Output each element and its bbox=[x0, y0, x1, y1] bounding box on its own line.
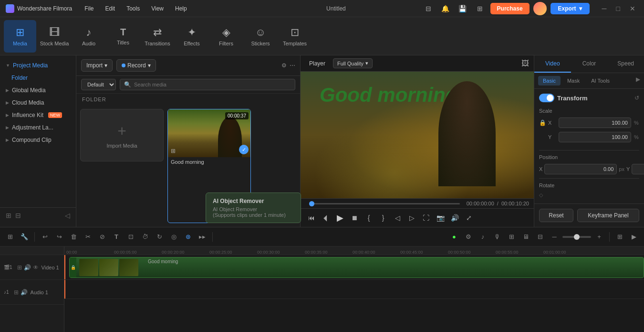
win-close-btn[interactable]: ✕ bbox=[627, 4, 638, 13]
sidebar-item-compound-clip[interactable]: ▶ Compound Clip bbox=[0, 134, 76, 146]
tab-color[interactable]: Color bbox=[571, 55, 608, 73]
tl-green-indicator[interactable]: ● bbox=[448, 231, 460, 243]
sub-tabs-arrow[interactable]: ▶ bbox=[636, 76, 640, 86]
tl-more-btn[interactable]: ▸▸ bbox=[196, 231, 208, 243]
add-folder-icon[interactable]: ⊞ bbox=[6, 212, 11, 219]
sidebar-item-project-media[interactable]: ▼ Project Media bbox=[0, 59, 76, 72]
tl-stabilize-btn[interactable]: ◎ bbox=[167, 231, 180, 243]
toolbar-templates[interactable]: ⊡ Templates bbox=[279, 20, 311, 53]
toolbar-media[interactable]: ⊞ Media bbox=[4, 20, 36, 53]
keyframe-panel-button[interactable]: Keyframe Panel bbox=[577, 209, 639, 222]
prev-clip-button[interactable]: ◁ bbox=[391, 212, 404, 224]
mute-audio-icon[interactable]: 🔊 bbox=[21, 289, 28, 296]
tl-collab-btn[interactable]: ⊞ bbox=[505, 231, 518, 243]
notification-icon[interactable]: 🔔 bbox=[439, 2, 452, 15]
toolbar-stock-media[interactable]: 🎞 Stock Media bbox=[38, 20, 71, 53]
tl-settings-btn[interactable]: ⚙ bbox=[462, 231, 475, 243]
scale-x-input[interactable] bbox=[559, 118, 631, 128]
video-1-clip[interactable]: 🔒 Good morning bbox=[69, 257, 644, 278]
mute-track-icon[interactable]: 🔊 bbox=[24, 264, 31, 271]
delete-folder-icon[interactable]: ⊟ bbox=[15, 212, 21, 219]
win-minimize-btn[interactable]: ─ bbox=[599, 4, 610, 13]
stop-button[interactable]: ⏹ bbox=[348, 212, 361, 224]
filter-icon[interactable]: ⚙ bbox=[281, 62, 287, 69]
tl-redo-btn[interactable]: ↪ bbox=[53, 231, 65, 243]
preview-image-icon[interactable]: 🖼 bbox=[521, 59, 529, 68]
add-audio-track-icon[interactable]: ⊞ bbox=[14, 289, 19, 296]
volume-button[interactable]: 🔊 bbox=[448, 212, 461, 224]
crop-button[interactable]: ⛶ bbox=[420, 212, 432, 224]
user-avatar[interactable] bbox=[533, 2, 547, 15]
fullscreen-button[interactable]: ⤢ bbox=[463, 212, 475, 224]
menu-view[interactable]: View bbox=[146, 3, 168, 14]
tl-pip-btn[interactable]: ⊟ bbox=[534, 231, 546, 243]
more-options-icon[interactable]: ⋯ bbox=[290, 62, 295, 69]
position-x-input[interactable] bbox=[544, 164, 617, 174]
tl-audio-btn[interactable]: ♪ bbox=[477, 231, 489, 243]
grid-icon[interactable]: ⊞ bbox=[473, 2, 487, 15]
tl-speed-btn[interactable]: ⏱ bbox=[139, 231, 151, 243]
collapse-panel-icon[interactable]: ◁ bbox=[65, 212, 70, 219]
search-input[interactable] bbox=[134, 82, 291, 87]
playhead[interactable] bbox=[64, 255, 65, 279]
tl-split-btn[interactable]: ⊘ bbox=[96, 231, 108, 243]
tab-speed[interactable]: Speed bbox=[607, 55, 644, 73]
tl-loop-btn[interactable]: ↻ bbox=[153, 231, 166, 243]
sidebar-item-folder[interactable]: Folder bbox=[0, 72, 76, 84]
tl-magnet-btn[interactable]: 🔧 bbox=[18, 231, 31, 243]
tl-layout-btn[interactable]: ⊞ bbox=[613, 231, 626, 243]
mark-in-button[interactable]: { bbox=[363, 212, 375, 224]
transform-toggle[interactable] bbox=[539, 94, 554, 102]
menu-tools[interactable]: Tools bbox=[122, 3, 145, 14]
tl-scene-detect-btn[interactable]: ⊞ bbox=[4, 231, 16, 243]
toolbar-stickers[interactable]: ☺ Stickers bbox=[244, 20, 277, 53]
tl-screen-btn[interactable]: 🖥 bbox=[519, 231, 532, 243]
step-back-button[interactable]: ⏴ bbox=[320, 212, 332, 224]
tl-ai-object-remover-btn[interactable]: ⊛ AI Object Remover AI Object Remover (S… bbox=[182, 231, 194, 243]
zoom-slider[interactable] bbox=[562, 236, 591, 238]
tl-text-btn[interactable]: T bbox=[110, 231, 123, 243]
win-maximize-btn[interactable]: □ bbox=[613, 4, 623, 13]
purchase-button[interactable]: Purchase bbox=[490, 3, 530, 14]
sidebar-item-global-media[interactable]: ▶ Global Media bbox=[0, 84, 76, 96]
play-button[interactable]: ▶ bbox=[334, 212, 346, 224]
transform-reset-icon[interactable]: ↺ bbox=[634, 95, 639, 101]
toolbar-filters[interactable]: ◈ Filters bbox=[210, 20, 242, 53]
record-button[interactable]: Record ▾ bbox=[116, 59, 156, 72]
export-button[interactable]: Export ▾ bbox=[551, 3, 590, 14]
snapshot-button[interactable]: 📷 bbox=[434, 212, 447, 224]
sub-tab-ai-tools[interactable]: AI Tools bbox=[586, 76, 614, 86]
tl-crop-btn[interactable]: ⊡ bbox=[125, 231, 137, 243]
scale-y-input[interactable] bbox=[559, 132, 631, 142]
mark-out-button[interactable]: } bbox=[377, 212, 389, 224]
menu-file[interactable]: File bbox=[80, 3, 98, 14]
rewind-button[interactable]: ⏮ bbox=[305, 212, 318, 224]
lock-track-icon[interactable]: 👁 bbox=[33, 264, 39, 271]
tl-zoom-out-btn[interactable]: ─ bbox=[548, 231, 561, 243]
sub-tab-basic[interactable]: Basic bbox=[538, 76, 561, 86]
tab-video[interactable]: Video bbox=[534, 55, 571, 73]
quality-select[interactable]: Full Quality ▾ bbox=[333, 58, 373, 68]
menu-edit[interactable]: Edit bbox=[101, 3, 120, 14]
sidebar-item-cloud-media[interactable]: ▶ Cloud Media bbox=[0, 96, 76, 109]
toolbar-audio[interactable]: ♪ Audio bbox=[73, 20, 105, 53]
sidebar-item-adjustment[interactable]: ▶ Adjustment La... bbox=[0, 121, 76, 134]
menu-help[interactable]: Help bbox=[170, 3, 192, 14]
preview-progress-bar[interactable] bbox=[309, 203, 460, 204]
minimize-window-btn[interactable]: ⊟ bbox=[422, 2, 435, 15]
tl-delete-btn[interactable]: 🗑 bbox=[67, 231, 80, 243]
position-y-input[interactable] bbox=[632, 164, 644, 174]
toolbar-effects[interactable]: ✦ Effects bbox=[176, 20, 208, 53]
import-media-thumb[interactable]: + Import Media bbox=[80, 109, 164, 161]
sort-select[interactable]: Default bbox=[81, 79, 116, 90]
tl-cut-btn[interactable]: ✂ bbox=[82, 231, 94, 243]
import-button[interactable]: Import ▾ bbox=[81, 59, 113, 72]
next-clip-button[interactable]: ▷ bbox=[405, 212, 418, 224]
add-track-icon[interactable]: ⊞ bbox=[17, 264, 22, 271]
tl-mic-btn[interactable]: 🎙 bbox=[491, 231, 503, 243]
reset-button[interactable]: Reset bbox=[539, 209, 573, 222]
rotate-reset-icon[interactable]: ◇ bbox=[539, 192, 543, 198]
toolbar-transitions[interactable]: ⇄ Transitions bbox=[141, 20, 174, 53]
player-tab[interactable]: Player bbox=[305, 59, 329, 68]
toolbar-titles[interactable]: T Titles bbox=[107, 20, 139, 53]
